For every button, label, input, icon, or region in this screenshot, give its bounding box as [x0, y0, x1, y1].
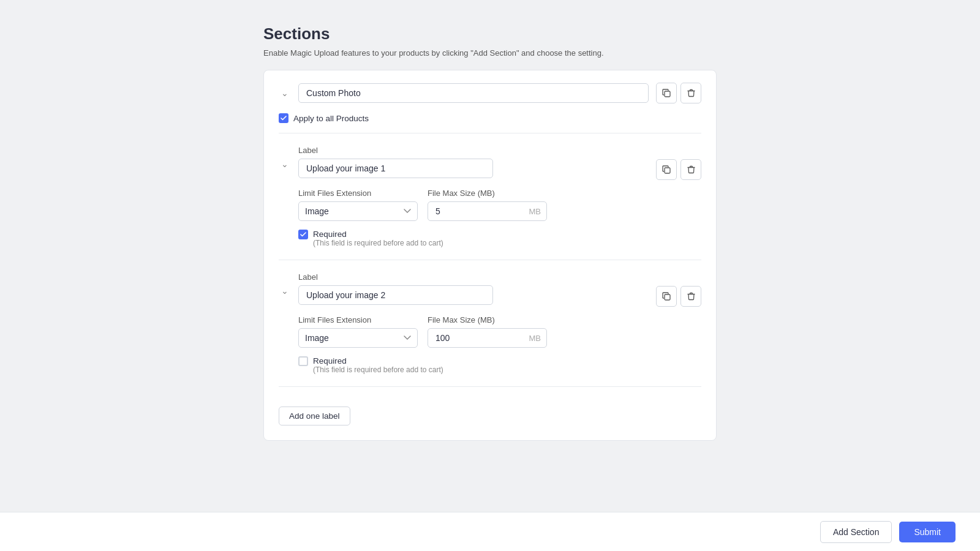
label-section-1: ⌄ Label [279, 143, 701, 247]
label2-required-checkbox[interactable] [298, 356, 308, 366]
divider-1 [279, 133, 701, 133]
label1-unit: MB [529, 207, 541, 216]
label1-extension-select[interactable]: Image Video PDF Any [298, 201, 418, 221]
label2-required-group: Required (This field is required before … [313, 356, 443, 374]
label1-copy-button[interactable] [656, 159, 677, 180]
label2-extension-label: Limit Files Extension [298, 315, 418, 324]
label2-maxsize-wrap: MB [428, 328, 547, 348]
svg-rect-0 [665, 91, 670, 97]
label2-maxsize-label: File Max Size (MB) [428, 315, 547, 324]
label2-content: Label [298, 272, 649, 305]
apply-label: Apply to all Products [293, 114, 369, 123]
divider-2 [279, 260, 701, 260]
label1-required-label: Required [313, 230, 443, 239]
label2-input[interactable] [298, 285, 493, 305]
page-title: Sections [263, 24, 717, 43]
divider-3 [279, 386, 701, 387]
section-collapse-icon[interactable]: ⌄ [279, 88, 291, 98]
page-subtitle: Enable Magic Upload features to your pro… [263, 48, 717, 58]
label2-icon-buttons [656, 286, 701, 307]
label1-content: Label [298, 146, 649, 178]
label2-required-label: Required [313, 356, 443, 365]
section-delete-button[interactable] [680, 83, 701, 103]
section-icon-buttons [656, 83, 701, 103]
label1-field-label: Label [298, 146, 649, 155]
label1-delete-button[interactable] [680, 159, 701, 180]
svg-rect-1 [665, 168, 670, 173]
submit-button[interactable]: Submit [899, 522, 956, 542]
label1-required-hint: (This field is required before add to ca… [313, 239, 443, 247]
label2-field-label: Label [298, 272, 649, 282]
label2-delete-button[interactable] [680, 286, 701, 307]
label1-maxsize-label: File Max Size (MB) [428, 189, 547, 198]
apply-checkbox[interactable] [279, 113, 288, 123]
label1-icon-buttons [656, 159, 701, 180]
label1-maxsize-field: File Max Size (MB) MB [428, 189, 547, 221]
label2-required-hint: (This field is required before add to ca… [313, 365, 443, 374]
section-card: ⌄ [263, 70, 717, 441]
svg-rect-2 [665, 294, 670, 300]
label2-copy-button[interactable] [656, 286, 677, 307]
section-copy-button[interactable] [656, 83, 677, 103]
label1-input[interactable] [298, 159, 493, 178]
label2-unit: MB [529, 334, 541, 343]
label2-collapse-icon[interactable]: ⌄ [279, 286, 291, 296]
section-header: ⌄ [279, 83, 701, 103]
label1-maxsize-wrap: MB [428, 201, 547, 221]
footer-bar: Add Section Submit [0, 512, 980, 551]
label-row-1: ⌄ Label [279, 146, 701, 180]
label2-maxsize-field: File Max Size (MB) MB [428, 315, 547, 348]
label2-extension-field: Limit Files Extension Image Video PDF An… [298, 315, 418, 348]
label2-required-row: Required (This field is required before … [298, 356, 701, 374]
label1-required-checkbox[interactable] [298, 230, 308, 239]
label2-settings-row: Limit Files Extension Image Video PDF An… [298, 315, 701, 348]
apply-to-products-row: Apply to all Products [279, 113, 701, 123]
section-name-input[interactable] [298, 83, 649, 103]
label-row-2: ⌄ Label [279, 272, 701, 307]
label1-settings-row: Limit Files Extension Image Video PDF An… [298, 189, 701, 221]
label1-required-row: Required (This field is required before … [298, 230, 701, 247]
add-section-button[interactable]: Add Section [820, 521, 892, 543]
label1-extension-label: Limit Files Extension [298, 189, 418, 198]
label2-extension-select[interactable]: Image Video PDF Any [298, 328, 418, 348]
label-section-2: ⌄ Label [279, 270, 701, 374]
add-label-button[interactable]: Add one label [279, 407, 350, 425]
label1-collapse-icon[interactable]: ⌄ [279, 159, 291, 169]
label1-extension-field: Limit Files Extension Image Video PDF An… [298, 189, 418, 221]
label1-required-group: Required (This field is required before … [313, 230, 443, 247]
